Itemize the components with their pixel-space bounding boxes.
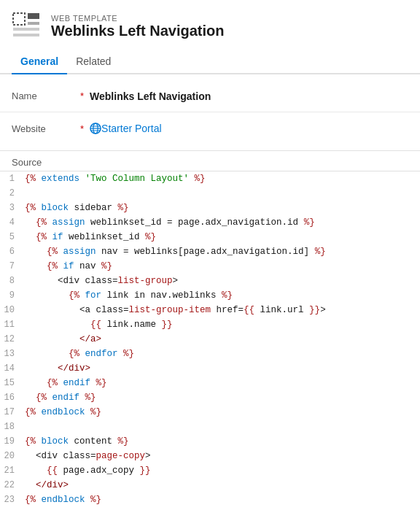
line-content: <a class=list-group-item href={{ link.ur… xyxy=(20,303,326,317)
tab-general[interactable]: General xyxy=(12,50,67,74)
tabs-bar: General Related xyxy=(0,50,420,74)
code-line: 3{% block sidebar %} xyxy=(0,201,420,215)
code-line: 10 <a class=list-group-item href={{ link… xyxy=(0,303,420,317)
code-line: 8 <div class=list-group> xyxy=(0,274,420,288)
code-line: 4 {% assign weblinkset_id = page.adx_nav… xyxy=(0,215,420,230)
line-content: <div class=list-group> xyxy=(20,274,178,288)
line-number: 17 xyxy=(0,405,20,420)
website-label: Website xyxy=(12,123,77,134)
name-label: Name xyxy=(12,90,77,101)
line-content: {% assign nav = weblinks[page.adx_naviga… xyxy=(20,244,326,259)
source-header: Source xyxy=(0,151,420,171)
code-line: 12 </a> xyxy=(0,332,420,347)
line-number: 20 xyxy=(0,449,20,463)
name-field-row: Name * Weblinks Left Navigation xyxy=(0,80,420,112)
code-line: 22 </div> xyxy=(0,478,420,493)
line-number: 5 xyxy=(0,230,20,244)
template-icon xyxy=(12,12,41,41)
svg-rect-2 xyxy=(28,22,39,25)
source-label: Source xyxy=(12,157,42,168)
globe-icon xyxy=(90,123,101,134)
svg-rect-0 xyxy=(13,13,25,25)
code-line: 6 {% assign nav = weblinks[page.adx_navi… xyxy=(0,244,420,259)
line-content: {% endif %} xyxy=(20,390,96,405)
line-number: 1 xyxy=(0,171,20,186)
code-line: 15 {% endif %} xyxy=(0,376,420,390)
line-content xyxy=(20,420,31,434)
line-number: 14 xyxy=(0,361,20,376)
line-content: {{ link.name }} xyxy=(20,317,173,332)
code-line: 23{% endblock %} xyxy=(0,493,420,507)
line-number: 7 xyxy=(0,259,20,274)
code-line: 16 {% endif %} xyxy=(0,390,420,405)
form-section: Name * Weblinks Left Navigation Website … xyxy=(0,74,420,151)
line-content: <div class=page-copy> xyxy=(20,449,151,463)
line-content: {% extends 'Two Column Layout' %} xyxy=(20,171,206,186)
line-number: 3 xyxy=(0,201,20,215)
website-required: * xyxy=(80,123,84,134)
line-content: {% assign weblinkset_id = page.adx_navig… xyxy=(20,215,315,230)
code-line: 19{% block content %} xyxy=(0,434,420,449)
line-number: 13 xyxy=(0,347,20,361)
line-number: 16 xyxy=(0,390,20,405)
line-number: 2 xyxy=(0,186,20,201)
header-text-block: WEB TEMPLATE Weblinks Left Navigation xyxy=(51,14,224,39)
line-content: {% endblock %} xyxy=(20,405,101,420)
line-content: {% endblock %} xyxy=(20,493,101,507)
code-line: 2 xyxy=(0,186,420,201)
line-number: 9 xyxy=(0,288,20,303)
line-number: 12 xyxy=(0,332,20,347)
code-line: 11 {{ link.name }} xyxy=(0,317,420,332)
line-content: {% endif %} xyxy=(20,376,107,390)
line-number: 22 xyxy=(0,478,20,493)
line-content: {% if weblinkset_id %} xyxy=(20,230,156,244)
svg-rect-4 xyxy=(13,34,39,36)
code-line: 1{% extends 'Two Column Layout' %} xyxy=(0,171,420,186)
code-block: 1{% extends 'Two Column Layout' %}2 3{% … xyxy=(0,171,420,507)
line-number: 18 xyxy=(0,420,20,434)
line-content xyxy=(20,186,31,201)
code-line: 5 {% if weblinkset_id %} xyxy=(0,230,420,244)
header-title: Weblinks Left Navigation xyxy=(51,23,224,39)
line-number: 11 xyxy=(0,317,20,332)
website-link[interactable]: Starter Portal xyxy=(101,123,161,134)
code-line: 9 {% for link in nav.weblinks %} xyxy=(0,288,420,303)
line-content: {% for link in nav.weblinks %} xyxy=(20,288,233,303)
line-number: 15 xyxy=(0,376,20,390)
page-header: WEB TEMPLATE Weblinks Left Navigation xyxy=(0,0,420,47)
line-content: </a> xyxy=(20,332,101,347)
line-number: 10 xyxy=(0,303,20,317)
code-line: 17{% endblock %} xyxy=(0,405,420,420)
line-content: </div> xyxy=(20,361,90,376)
tab-related[interactable]: Related xyxy=(67,50,120,74)
code-line: 20 <div class=page-copy> xyxy=(0,449,420,463)
svg-rect-1 xyxy=(28,13,39,19)
line-content: {{ page.adx_copy }} xyxy=(20,463,151,478)
line-content: {% if nav %} xyxy=(20,259,112,274)
line-number: 6 xyxy=(0,244,20,259)
line-number: 21 xyxy=(0,463,20,478)
line-number: 4 xyxy=(0,215,20,230)
website-field-row: Website * Starter Portal xyxy=(0,112,420,144)
name-value: Weblinks Left Navigation xyxy=(90,90,211,102)
code-line: 18 xyxy=(0,420,420,434)
header-label: WEB TEMPLATE xyxy=(51,14,224,23)
line-content: {% block sidebar %} xyxy=(20,201,129,215)
name-required: * xyxy=(80,90,84,101)
line-number: 19 xyxy=(0,434,20,449)
code-line: 21 {{ page.adx_copy }} xyxy=(0,463,420,478)
line-content: {% endfor %} xyxy=(20,347,134,361)
code-line: 7 {% if nav %} xyxy=(0,259,420,274)
line-content: </div> xyxy=(20,478,69,493)
line-content: {% block content %} xyxy=(20,434,129,449)
code-line: 13 {% endfor %} xyxy=(0,347,420,361)
line-number: 23 xyxy=(0,493,20,507)
code-line: 14 </div> xyxy=(0,361,420,376)
svg-rect-3 xyxy=(13,28,39,31)
line-number: 8 xyxy=(0,274,20,288)
